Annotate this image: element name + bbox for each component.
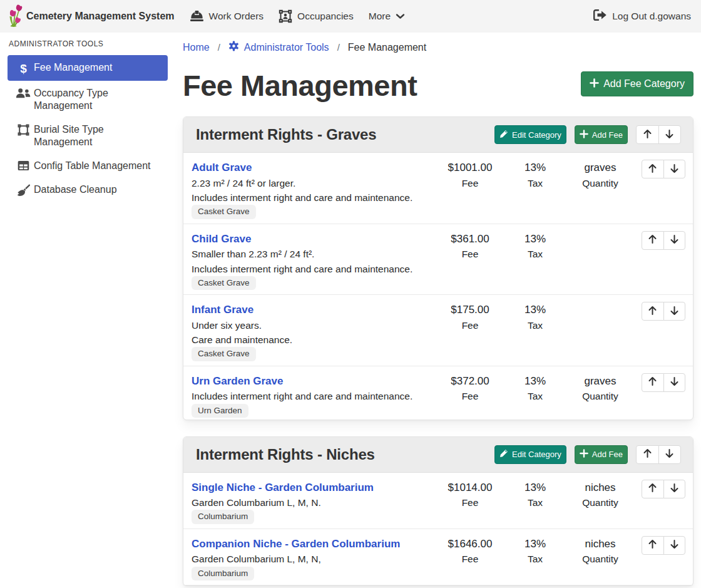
breadcrumb: Home / (183, 41, 693, 54)
fee-tax-label: Tax (503, 552, 568, 566)
arrow-up-icon (648, 234, 657, 246)
fee-description: Under six years. (192, 318, 437, 333)
fee-main: Urn Garden Grave Includes interment righ… (192, 373, 437, 418)
fee-amount-value: $175.00 (437, 302, 503, 318)
fee-description: Includes interment right and care and ma… (192, 389, 437, 403)
move-fee-down-button[interactable] (663, 373, 686, 392)
badge-line: Casket Grave (192, 347, 437, 361)
move-fee-down-button[interactable] (663, 231, 686, 250)
move-category-up-button[interactable] (636, 445, 659, 464)
fee-tax-value: 13% (503, 160, 568, 176)
fee-main: Companion Niche - Garden Columbarium Gar… (192, 536, 437, 580)
fee-tax-column: 13% Tax (503, 480, 568, 510)
add-fee-button[interactable]: Add Fee (575, 445, 628, 464)
nav-item-more[interactable]: More (361, 0, 412, 33)
nav-item-work-orders[interactable]: Work Orders (182, 0, 272, 33)
fee-reorder-group (642, 536, 685, 555)
fee-type-badge: Columbarium (192, 510, 254, 524)
nav-item-occupancies[interactable]: Occupancies (271, 0, 361, 33)
fee-descriptions: Garden Columbarium L, M, N, (192, 552, 437, 566)
move-fee-down-button[interactable] (663, 302, 686, 321)
fee-row: Infant Grave Under six years.Care and ma… (183, 295, 693, 366)
sidebar-item-fee-management[interactable]: $Fee Management (8, 55, 168, 81)
move-fee-up-button[interactable] (642, 373, 664, 392)
badge-line: Casket Grave (192, 205, 437, 219)
fee-category-title: Interment Rights - Graves (196, 126, 494, 143)
fee-type-badge: Casket Grave (192, 205, 256, 219)
fee-quantity-column: niches Quantity (568, 536, 633, 567)
fee-name-link[interactable]: Companion Niche - Garden Columbarium (192, 536, 400, 552)
fee-descriptions: Garden Columbarium L, M, N. (192, 495, 437, 510)
edit-category-button[interactable]: Edit Category (494, 445, 566, 464)
move-fee-down-button[interactable] (663, 536, 686, 555)
fee-amount-label: Fee (437, 247, 503, 261)
sidebar-item-burial-site-type-management[interactable]: Burial Site Type Management (8, 118, 168, 153)
logout-button[interactable]: Log Out d.gowans (593, 0, 691, 33)
top-navbar: Cemetery Management System Work Orders (0, 0, 701, 33)
fee-name-link[interactable]: Single Niche - Garden Columbarium (192, 480, 374, 496)
move-fee-up-button[interactable] (642, 536, 664, 555)
fee-description: Garden Columbarium L, M, N. (192, 495, 437, 510)
fee-row: Child Grave Smaller than 2.23 m² / 24 ft… (183, 224, 693, 296)
breadcrumb-admin-tools-label: Administrator Tools (244, 42, 329, 53)
add-fee-category-label: Add Fee Category (603, 78, 685, 90)
nav-item-label: Work Orders (209, 11, 264, 22)
title-row: Fee Management Add Fee Category (183, 68, 693, 103)
nav-items: Work Orders (182, 0, 413, 33)
move-fee-up-button[interactable] (642, 160, 664, 178)
fee-type-badge: Columbarium (192, 567, 254, 581)
fee-type-badge: Casket Grave (192, 276, 256, 291)
sidebar-item-config-table-management[interactable]: Config Table Management (8, 155, 168, 177)
arrow-up-icon (643, 448, 652, 460)
move-fee-up-button[interactable] (642, 480, 664, 498)
sidebar-item-occupancy-type-management[interactable]: Occupancy Type Management (8, 82, 168, 117)
move-fee-up-button[interactable] (642, 302, 664, 321)
fee-name-link[interactable]: Child Grave (192, 231, 251, 247)
person-frame-icon (279, 9, 292, 23)
fee-tax-column: 13% Tax (503, 160, 568, 190)
breadcrumb-separator: / (218, 42, 220, 53)
badge-line: Casket Grave (192, 276, 437, 291)
add-fee-button[interactable]: Add Fee (575, 125, 628, 144)
move-fee-down-button[interactable] (663, 480, 686, 498)
fee-name-link[interactable]: Infant Grave (192, 302, 253, 318)
move-fee-down-button[interactable] (663, 160, 686, 178)
brand-title: Cemetery Management System (26, 11, 175, 22)
move-category-down-button[interactable] (658, 445, 682, 464)
fee-row: Companion Niche - Garden Columbarium Gar… (183, 529, 693, 585)
fee-amount-column: $361.00 Fee (437, 231, 503, 262)
breadcrumb-home-link[interactable]: Home (183, 42, 210, 53)
arrow-up-icon (648, 483, 657, 495)
fee-quantity-label: Quantity (568, 176, 633, 190)
brand[interactable]: Cemetery Management System (8, 4, 175, 28)
fee-amount-value: $1001.00 (437, 160, 503, 176)
fee-amount-column: $175.00 Fee (437, 302, 503, 333)
fee-quantity-value: niches (568, 536, 633, 552)
fee-categories: Interment Rights - Graves Edit Category (183, 116, 693, 586)
add-fee-category-button[interactable]: Add Fee Category (581, 71, 693, 96)
move-category-down-button[interactable] (658, 125, 682, 144)
sidebar-item-label: Burial Site Type Management (34, 123, 163, 148)
fee-reorder-group (642, 302, 685, 321)
sidebar-nav: $Fee ManagementOccupancy Type Management… (8, 55, 168, 202)
fee-category-actions: Edit Category Add Fee (494, 445, 681, 464)
arrow-up-icon (648, 539, 657, 551)
nav-item-label: Occupancies (297, 11, 354, 22)
fee-quantity-column: graves Quantity (568, 160, 633, 190)
sidebar-heading: ADMINISTRATOR TOOLS (9, 39, 168, 48)
fee-name-link[interactable]: Urn Garden Grave (192, 373, 283, 389)
fee-amount-column: $1014.00 Fee (437, 480, 503, 510)
fee-name-link[interactable]: Adult Grave (192, 160, 252, 176)
table-icon (16, 160, 31, 171)
dollar-icon: $ (16, 62, 31, 75)
edit-category-button[interactable]: Edit Category (494, 125, 566, 144)
fee-amount-column: $372.00 Fee (437, 373, 503, 404)
move-category-up-button[interactable] (636, 125, 659, 144)
breadcrumb-admin-tools-link[interactable]: Administrator Tools (228, 41, 329, 54)
move-fee-up-button[interactable] (642, 231, 664, 250)
fee-tax-label: Tax (503, 176, 568, 190)
svg-text:$: $ (20, 62, 27, 75)
sidebar-item-database-cleanup[interactable]: Database Cleanup (8, 178, 168, 202)
arrow-down-icon (670, 376, 679, 388)
broom-icon (16, 184, 31, 197)
